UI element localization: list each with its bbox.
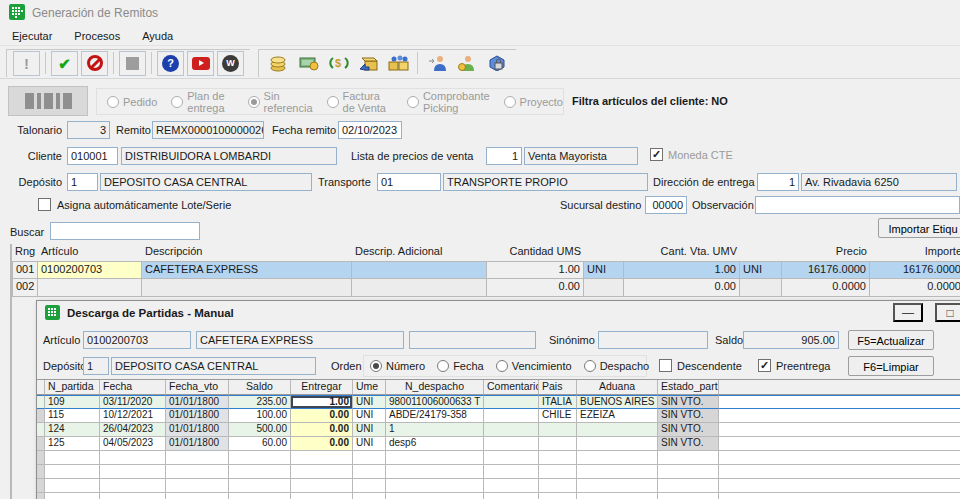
remito-label: Remito [116,124,151,136]
radio-icon [496,360,508,372]
payment-card-icon [299,55,319,71]
exchange-button[interactable]: $ [325,51,352,76]
deposito-codigo-field[interactable]: 1 [67,173,98,191]
radio-sin-referencia[interactable]: Sin referencia [248,90,313,114]
radio-factura-venta[interactable]: Factura de Venta [327,90,393,114]
menu-ayuda[interactable]: Ayuda [142,30,173,42]
entregar-cell[interactable]: 0.00 [291,437,353,451]
sinonimo-field [598,331,708,349]
items-row-empty[interactable]: 002 0.00 0.00 0.0000 0.0000 [12,279,960,297]
reference-type-group: Pedido Plan de entrega Sin referencia Fa… [96,88,564,115]
maximize-button[interactable]: □ [935,303,960,322]
fecha-remito-field[interactable]: 02/10/2023 [338,121,402,139]
deposito-label: Depósito [12,176,62,188]
secure-package-icon [487,55,507,71]
cantidad-cell[interactable]: 1.00 [487,261,584,279]
sucursal-destino-field[interactable]: 00000 [645,196,687,214]
buscar-label: Buscar [10,226,44,238]
minimize-button[interactable]: — [893,303,923,322]
stop-icon [126,57,139,70]
payment-button[interactable] [295,51,322,76]
saldo-field: 905.00 [743,331,839,349]
package-items-icon [388,55,410,71]
talonario-field[interactable]: 3 [67,121,110,139]
barcode-icon [25,93,34,109]
transporte-nombre-field: TRANSPORTE PROPIO [443,173,648,191]
partida-row-115[interactable]: 115 10/12/2021 01/01/1800 100.00 0.00 UN… [37,409,960,423]
radio-icon [504,96,516,108]
cliente-label: Cliente [12,150,62,162]
items-row-selected[interactable]: 001 0100200703 CAFETERA EXPRESS 1.00 UNI… [12,261,960,279]
col-aduana: Aduana [577,380,658,394]
check-icon: ✔ [58,56,71,71]
dlg-deposito-nombre-field: DEPOSITO CASA CENTRAL [111,357,316,375]
partida-row-125[interactable]: 125 04/05/2023 01/01/1800 60.00 0.00 UNI… [37,437,960,451]
checkbox-icon [38,198,51,211]
observacion-field[interactable] [755,196,960,214]
partida-row-109[interactable]: 109 03/11/2020 01/01/1800 235.00 1.00 UN… [37,395,960,409]
package-in-button[interactable] [355,51,382,76]
youtube-icon [192,57,210,70]
buscar-input[interactable] [50,222,200,240]
col-saldo: Saldo [229,380,291,394]
partida-row-empty[interactable] [37,479,960,493]
package-items-button[interactable] [385,51,412,76]
radio-fecha[interactable]: Fecha [437,360,484,372]
barcode-button[interactable] [8,86,88,116]
remito-field[interactable]: REMX0000100000026 [152,121,264,139]
f6-limpiar-button[interactable]: F6=Limpiar [848,356,934,376]
importar-etiquetas-button[interactable]: Importar Etiqu [878,218,960,238]
f5-actualizar-button[interactable]: F5=Actualizar [848,330,934,350]
precio-cell[interactable]: 16176.0000 [782,261,870,279]
app-icon [9,4,25,22]
menu-procesos[interactable]: Procesos [74,30,120,42]
user-funds-button[interactable] [453,51,480,76]
help-button[interactable]: ? [157,51,184,76]
col-comentario: Comentario [484,380,539,394]
radio-despacho[interactable]: Despacho [584,360,650,372]
talonario-label: Talonario [12,124,62,136]
stop-button[interactable] [119,51,146,76]
warning-button[interactable]: ! [13,51,40,76]
window-titlebar: Generación de Remitos [0,0,960,26]
menu-ejecutar[interactable]: Ejecutar [12,30,52,42]
radio-pedido[interactable]: Pedido [107,96,157,108]
partida-row-empty[interactable] [37,451,960,465]
partida-row-124[interactable]: 124 26/04/2023 01/01/1800 500.00 0.00 UN… [37,423,960,437]
dialog-icon [45,305,60,322]
user-transfer-button[interactable] [423,51,450,76]
wordpress-button[interactable]: W [217,51,244,76]
asigna-lote-checkbox[interactable]: Asigna automáticamente Lote/Serie [38,198,231,211]
col-precio: Precio [782,244,870,259]
cancel-button[interactable] [81,51,108,76]
radio-plan-entrega[interactable]: Plan de entrega [171,90,233,114]
dlg-deposito-codigo-field: 1 [83,357,109,375]
articulo-cell[interactable]: 0100200703 [38,261,142,279]
entregar-cell[interactable]: 0.00 [291,409,353,423]
youtube-button[interactable] [187,51,214,76]
secure-package-button[interactable] [483,51,510,76]
descendente-checkbox[interactable]: Descendente [659,359,742,372]
radio-proyecto[interactable]: Proyecto [504,96,563,108]
moneda-cte-checkbox[interactable]: Moneda CTE [650,148,733,161]
transporte-codigo-field[interactable]: 01 [377,173,441,191]
accept-button[interactable]: ✔ [51,51,78,76]
entregar-cell[interactable]: 0.00 [291,423,353,437]
lista-codigo-field[interactable]: 1 [486,147,522,165]
entregar-cell-focused[interactable]: 1.00 [291,395,353,409]
radio-vencimiento[interactable]: Vencimiento [496,360,572,372]
cliente-codigo-field[interactable]: 010001 [67,147,118,165]
radio-numero[interactable]: Número [370,360,425,372]
partida-row-empty[interactable] [37,493,960,499]
descripcion-cell[interactable]: CAFETERA EXPRESS [142,261,352,279]
svg-text:$: $ [335,57,341,69]
coins-button[interactable] [265,51,292,76]
col-articulo: Artículo [38,244,142,259]
partida-row-empty[interactable] [37,465,960,479]
lista-precios-label: Lista de precios de venta [351,150,473,162]
preentrega-checkbox[interactable]: Preentrega [758,359,830,372]
direccion-codigo-field[interactable]: 1 [757,173,799,191]
dlg-articulo-codigo-field: 0100200703 [83,331,191,349]
radio-comprobante-picking[interactable]: Comprobante Picking [407,90,490,114]
radio-icon [407,96,419,108]
